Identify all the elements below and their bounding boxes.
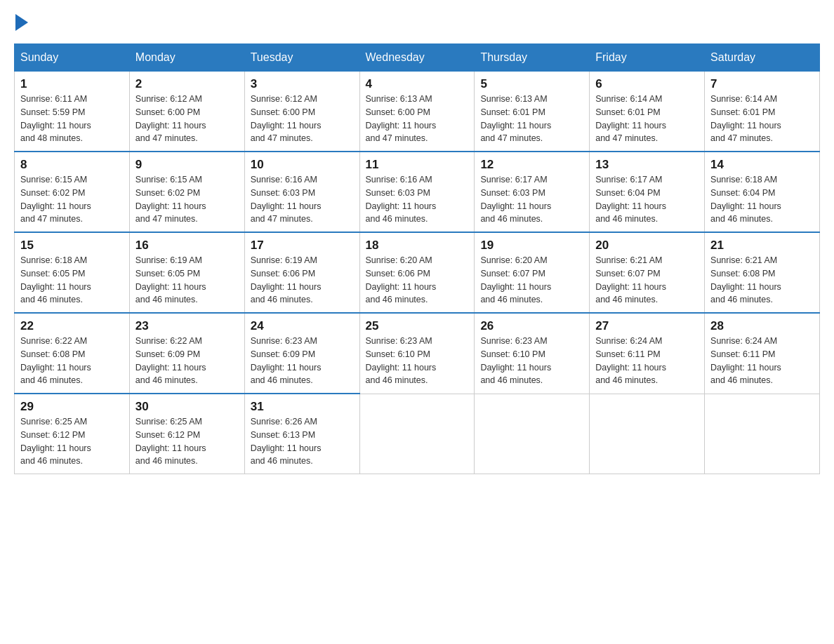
day-number: 24 — [251, 319, 354, 333]
day-number: 25 — [366, 319, 469, 333]
calendar-cell — [359, 394, 475, 474]
day-number: 21 — [710, 239, 814, 253]
header-saturday: Saturday — [705, 44, 820, 72]
day-info: Sunrise: 6:25 AMSunset: 6:12 PMDaylight:… — [20, 417, 91, 466]
calendar-cell: 18 Sunrise: 6:20 AMSunset: 6:06 PMDaylig… — [359, 232, 475, 313]
day-info: Sunrise: 6:11 AMSunset: 5:59 PMDaylight:… — [20, 94, 91, 143]
calendar-cell: 12 Sunrise: 6:17 AMSunset: 6:03 PMDaylig… — [475, 152, 590, 232]
day-number: 8 — [20, 158, 124, 172]
header-monday: Monday — [129, 44, 244, 72]
day-number: 28 — [710, 319, 814, 333]
calendar-cell: 13 Sunrise: 6:17 AMSunset: 6:04 PMDaylig… — [590, 152, 705, 232]
day-info: Sunrise: 6:20 AMSunset: 6:06 PMDaylight:… — [366, 255, 437, 304]
calendar-cell: 15 Sunrise: 6:18 AMSunset: 6:05 PMDaylig… — [15, 232, 130, 313]
day-info: Sunrise: 6:23 AMSunset: 6:10 PMDaylight:… — [366, 336, 437, 385]
header-thursday: Thursday — [475, 44, 590, 72]
calendar-cell: 25 Sunrise: 6:23 AMSunset: 6:10 PMDaylig… — [359, 313, 475, 394]
day-info: Sunrise: 6:14 AMSunset: 6:01 PMDaylight:… — [710, 94, 781, 143]
day-number: 20 — [595, 239, 699, 253]
calendar-cell: 26 Sunrise: 6:23 AMSunset: 6:10 PMDaylig… — [475, 313, 590, 394]
calendar-cell — [705, 394, 820, 474]
calendar-cell: 17 Sunrise: 6:19 AMSunset: 6:06 PMDaylig… — [244, 232, 359, 313]
calendar-cell: 29 Sunrise: 6:25 AMSunset: 6:12 PMDaylig… — [15, 394, 130, 474]
week-row-3: 15 Sunrise: 6:18 AMSunset: 6:05 PMDaylig… — [15, 232, 820, 313]
day-number: 6 — [595, 77, 699, 91]
day-info: Sunrise: 6:18 AMSunset: 6:05 PMDaylight:… — [20, 255, 91, 304]
calendar-cell: 8 Sunrise: 6:15 AMSunset: 6:02 PMDayligh… — [15, 152, 130, 232]
logo-arrow-icon — [15, 14, 28, 31]
header-tuesday: Tuesday — [244, 44, 359, 72]
day-number: 13 — [595, 158, 699, 172]
day-number: 26 — [480, 319, 583, 333]
day-info: Sunrise: 6:22 AMSunset: 6:08 PMDaylight:… — [20, 336, 91, 385]
day-number: 10 — [251, 158, 354, 172]
day-number: 1 — [20, 77, 124, 91]
calendar-cell: 31 Sunrise: 6:26 AMSunset: 6:13 PMDaylig… — [244, 394, 359, 474]
day-info: Sunrise: 6:22 AMSunset: 6:09 PMDaylight:… — [135, 336, 206, 385]
calendar-cell: 2 Sunrise: 6:12 AMSunset: 6:00 PMDayligh… — [129, 72, 244, 152]
day-number: 19 — [480, 239, 583, 253]
day-info: Sunrise: 6:21 AMSunset: 6:08 PMDaylight:… — [710, 255, 781, 304]
header-wednesday: Wednesday — [359, 44, 475, 72]
day-number: 17 — [251, 239, 354, 253]
day-info: Sunrise: 6:24 AMSunset: 6:11 PMDaylight:… — [595, 336, 666, 385]
calendar-cell — [475, 394, 590, 474]
day-info: Sunrise: 6:26 AMSunset: 6:13 PMDaylight:… — [251, 417, 322, 466]
header-friday: Friday — [590, 44, 705, 72]
week-row-5: 29 Sunrise: 6:25 AMSunset: 6:12 PMDaylig… — [15, 394, 820, 474]
day-info: Sunrise: 6:25 AMSunset: 6:12 PMDaylight:… — [135, 417, 206, 466]
day-info: Sunrise: 6:24 AMSunset: 6:11 PMDaylight:… — [710, 336, 781, 385]
day-info: Sunrise: 6:12 AMSunset: 6:00 PMDaylight:… — [135, 94, 206, 143]
day-number: 5 — [480, 77, 583, 91]
calendar-cell: 9 Sunrise: 6:15 AMSunset: 6:02 PMDayligh… — [129, 152, 244, 232]
calendar-cell: 1 Sunrise: 6:11 AMSunset: 5:59 PMDayligh… — [15, 72, 130, 152]
day-number: 2 — [135, 77, 239, 91]
day-number: 23 — [135, 319, 239, 333]
day-number: 3 — [251, 77, 354, 91]
calendar-cell: 24 Sunrise: 6:23 AMSunset: 6:09 PMDaylig… — [244, 313, 359, 394]
day-info: Sunrise: 6:23 AMSunset: 6:10 PMDaylight:… — [480, 336, 551, 385]
day-number: 14 — [710, 158, 814, 172]
day-number: 11 — [366, 158, 469, 172]
calendar-cell: 27 Sunrise: 6:24 AMSunset: 6:11 PMDaylig… — [590, 313, 705, 394]
day-info: Sunrise: 6:15 AMSunset: 6:02 PMDaylight:… — [135, 175, 206, 224]
day-number: 29 — [20, 400, 124, 414]
day-number: 18 — [366, 239, 469, 253]
calendar-cell: 14 Sunrise: 6:18 AMSunset: 6:04 PMDaylig… — [705, 152, 820, 232]
calendar-cell: 28 Sunrise: 6:24 AMSunset: 6:11 PMDaylig… — [705, 313, 820, 394]
day-number: 9 — [135, 158, 239, 172]
day-number: 30 — [135, 400, 239, 414]
calendar-cell: 7 Sunrise: 6:14 AMSunset: 6:01 PMDayligh… — [705, 72, 820, 152]
day-info: Sunrise: 6:13 AMSunset: 6:01 PMDaylight:… — [480, 94, 551, 143]
day-number: 12 — [480, 158, 583, 172]
week-row-4: 22 Sunrise: 6:22 AMSunset: 6:08 PMDaylig… — [15, 313, 820, 394]
header-row: SundayMondayTuesdayWednesdayThursdayFrid… — [15, 44, 820, 72]
day-number: 27 — [595, 319, 699, 333]
day-info: Sunrise: 6:19 AMSunset: 6:05 PMDaylight:… — [135, 255, 206, 304]
calendar-cell: 3 Sunrise: 6:12 AMSunset: 6:00 PMDayligh… — [244, 72, 359, 152]
day-number: 22 — [20, 319, 124, 333]
day-number: 31 — [251, 400, 354, 414]
day-info: Sunrise: 6:15 AMSunset: 6:02 PMDaylight:… — [20, 175, 91, 224]
day-number: 7 — [710, 77, 814, 91]
logo — [14, 14, 29, 31]
week-row-2: 8 Sunrise: 6:15 AMSunset: 6:02 PMDayligh… — [15, 152, 820, 232]
calendar-cell: 10 Sunrise: 6:16 AMSunset: 6:03 PMDaylig… — [244, 152, 359, 232]
page-header — [14, 14, 820, 31]
calendar-cell: 22 Sunrise: 6:22 AMSunset: 6:08 PMDaylig… — [15, 313, 130, 394]
day-number: 15 — [20, 239, 124, 253]
calendar-cell: 6 Sunrise: 6:14 AMSunset: 6:01 PMDayligh… — [590, 72, 705, 152]
week-row-1: 1 Sunrise: 6:11 AMSunset: 5:59 PMDayligh… — [15, 72, 820, 152]
header-sunday: Sunday — [15, 44, 130, 72]
day-info: Sunrise: 6:16 AMSunset: 6:03 PMDaylight:… — [366, 175, 437, 224]
day-info: Sunrise: 6:19 AMSunset: 6:06 PMDaylight:… — [251, 255, 322, 304]
day-info: Sunrise: 6:18 AMSunset: 6:04 PMDaylight:… — [710, 175, 781, 224]
day-info: Sunrise: 6:14 AMSunset: 6:01 PMDaylight:… — [595, 94, 666, 143]
calendar-cell: 30 Sunrise: 6:25 AMSunset: 6:12 PMDaylig… — [129, 394, 244, 474]
calendar-cell: 21 Sunrise: 6:21 AMSunset: 6:08 PMDaylig… — [705, 232, 820, 313]
calendar-cell: 23 Sunrise: 6:22 AMSunset: 6:09 PMDaylig… — [129, 313, 244, 394]
day-info: Sunrise: 6:20 AMSunset: 6:07 PMDaylight:… — [480, 255, 551, 304]
day-number: 16 — [135, 239, 239, 253]
day-info: Sunrise: 6:17 AMSunset: 6:03 PMDaylight:… — [480, 175, 551, 224]
calendar-table: SundayMondayTuesdayWednesdayThursdayFrid… — [14, 43, 820, 474]
